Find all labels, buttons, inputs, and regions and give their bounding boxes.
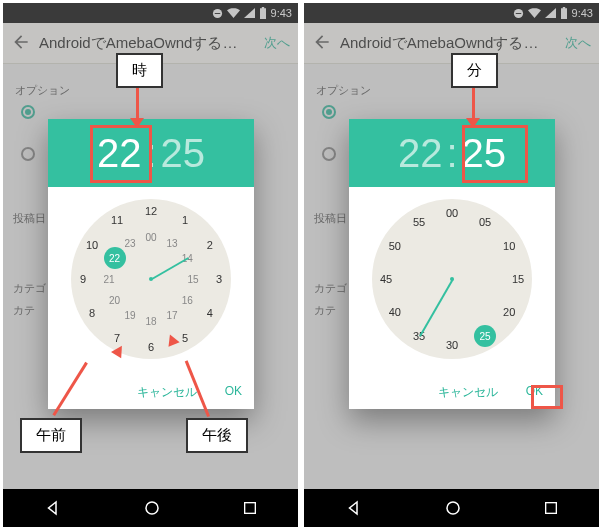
header-colon: : <box>145 133 156 173</box>
clock-number[interactable]: 12 <box>141 205 161 217</box>
svg-point-2 <box>146 502 158 514</box>
clock-number[interactable]: 11 <box>107 214 127 226</box>
nav-back-icon[interactable] <box>345 499 363 517</box>
clock-number[interactable]: 05 <box>475 216 495 228</box>
clock-number[interactable]: 6 <box>141 341 161 353</box>
clock-number[interactable]: 55 <box>409 216 429 228</box>
clock-number[interactable]: 19 <box>120 310 140 321</box>
ok-button[interactable]: OK <box>219 380 248 405</box>
header-colon: : <box>446 133 457 173</box>
nav-bar <box>3 489 298 527</box>
nav-home-icon[interactable] <box>444 499 462 517</box>
clock-number[interactable]: 13 <box>162 237 182 248</box>
dialog-buttons: キャンセル OK <box>131 380 248 405</box>
svg-point-6 <box>447 502 459 514</box>
clock-number[interactable]: 20 <box>105 295 125 306</box>
clock-number[interactable]: 45 <box>376 273 396 285</box>
cancel-button[interactable]: キャンセル <box>131 380 203 405</box>
label-pm: 午後 <box>186 418 248 453</box>
clock-number[interactable]: 10 <box>499 240 519 252</box>
nav-recent-icon[interactable] <box>543 500 559 516</box>
header-hour[interactable]: 22 <box>398 133 443 173</box>
clock-number[interactable]: 00 <box>442 207 462 219</box>
dialog-time-header: 22 : 25 <box>349 119 555 187</box>
nav-bar <box>304 489 599 527</box>
clock-number[interactable]: 16 <box>177 295 197 306</box>
clock-number[interactable]: 9 <box>73 273 93 285</box>
svg-rect-7 <box>545 503 556 514</box>
clock-number[interactable]: 15 <box>508 273 528 285</box>
clock-face-hours[interactable]: 1234567891011121314151617181920212223002… <box>71 199 231 359</box>
svg-rect-3 <box>244 503 255 514</box>
arrow-hour <box>136 86 139 122</box>
ok-button[interactable]: OK <box>520 380 549 405</box>
clock-face-minutes[interactable]: 00051015202530354045505525 <box>372 199 532 359</box>
arrow-head-minute <box>466 118 480 128</box>
clock-number[interactable]: 15 <box>183 274 203 285</box>
label-hour: 時 <box>116 53 163 88</box>
timepicker-dialog-hour: 22 : 25 12345678910111213141516171819202… <box>48 119 254 409</box>
clock-number[interactable]: 40 <box>385 306 405 318</box>
cancel-button[interactable]: キャンセル <box>432 380 504 405</box>
arrow-head-hour <box>130 118 144 128</box>
label-minute: 分 <box>451 53 498 88</box>
tutorial-image: 9:43 AndroidでAmebaOwndする… 次へ オプション 投稿日 カ… <box>0 0 605 530</box>
clock-number[interactable]: 10 <box>82 239 102 251</box>
label-am: 午前 <box>20 418 82 453</box>
clock-number[interactable]: 20 <box>499 306 519 318</box>
arrow-minute <box>472 86 475 122</box>
clock-selected-knob[interactable]: 25 <box>474 325 496 347</box>
clock-number[interactable]: 00 <box>141 232 161 243</box>
clock-number[interactable]: 18 <box>141 316 161 327</box>
clock-number[interactable]: 17 <box>162 310 182 321</box>
clock-number[interactable]: 8 <box>82 307 102 319</box>
clock-selected-knob[interactable]: 22 <box>104 247 126 269</box>
dialog-buttons: キャンセル OK <box>432 380 549 405</box>
clock-number[interactable]: 3 <box>209 273 229 285</box>
dialog-time-header: 22 : 25 <box>48 119 254 187</box>
clock-number[interactable]: 1 <box>175 214 195 226</box>
nav-back-icon[interactable] <box>44 499 62 517</box>
clock-number[interactable]: 2 <box>200 239 220 251</box>
header-minute[interactable]: 25 <box>462 133 507 173</box>
timepicker-dialog-minute: 22 : 25 00051015202530354045505525 キャンセル… <box>349 119 555 409</box>
clock-number[interactable]: 23 <box>120 237 140 248</box>
header-hour[interactable]: 22 <box>97 133 142 173</box>
nav-recent-icon[interactable] <box>242 500 258 516</box>
clock-number[interactable]: 50 <box>385 240 405 252</box>
clock-number[interactable]: 21 <box>99 274 119 285</box>
header-minute[interactable]: 25 <box>161 133 206 173</box>
clock-number[interactable]: 30 <box>442 339 462 351</box>
clock-number[interactable]: 4 <box>200 307 220 319</box>
nav-home-icon[interactable] <box>143 499 161 517</box>
clock-hand <box>419 279 454 337</box>
